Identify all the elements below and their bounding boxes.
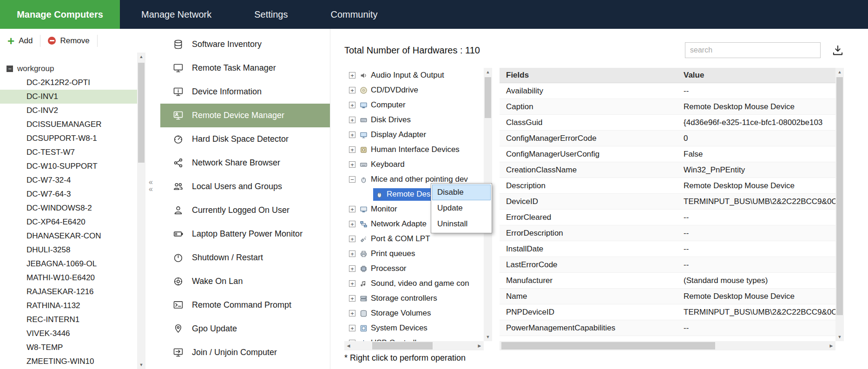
expander-plus-icon[interactable]: + xyxy=(349,265,355,272)
scroll-down-icon[interactable]: ▼ xyxy=(137,361,145,369)
tool-item-hard-disk-space-detector[interactable]: Hard Disk Space Detector xyxy=(160,127,330,151)
scroll-down-icon[interactable]: ▼ xyxy=(484,333,492,341)
properties-horizontal-scrollbar[interactable]: ◀ ▶ xyxy=(500,341,835,350)
property-row[interactable]: LastErrorCode-- xyxy=(500,257,835,273)
expander-plus-icon[interactable]: + xyxy=(349,146,355,153)
computer-item[interactable]: W8-TEMP xyxy=(0,341,138,355)
device-tree-item-system-devices[interactable]: +System Devices xyxy=(344,321,484,336)
scroll-up-icon[interactable]: ▲ xyxy=(835,68,844,76)
tool-item-remote-device-manager[interactable]: Remote Device Manager xyxy=(160,104,330,127)
computer-item[interactable]: REC-INTERN1 xyxy=(0,313,138,327)
expander-plus-icon[interactable]: + xyxy=(349,325,355,331)
computer-item[interactable]: RAJASEKAR-1216 xyxy=(0,285,138,299)
computer-item[interactable]: DC-2K12R2-OPTI xyxy=(0,76,138,90)
remove-computer-button[interactable]: Remove xyxy=(48,36,89,46)
computer-item[interactable]: DCISSUEMANAGER xyxy=(0,118,138,132)
scrollbar-thumb[interactable] xyxy=(836,77,843,315)
scroll-up-icon[interactable]: ▲ xyxy=(484,68,492,76)
device-tree-item-storage-controllers[interactable]: +Storage controllers xyxy=(344,291,484,306)
tool-item-network-share-browser[interactable]: Network Share Browser xyxy=(160,151,330,175)
tool-item-wake-on-lan[interactable]: Wake On Lan xyxy=(160,270,330,293)
expander-plus-icon[interactable]: + xyxy=(349,250,355,257)
scroll-up-icon[interactable]: ▲ xyxy=(137,53,145,61)
device-tree-horizontal-scrollbar[interactable]: ◀ ▶ xyxy=(344,341,484,350)
property-row[interactable]: Availability-- xyxy=(500,83,835,99)
computers-scrollbar[interactable]: ▲ ▼ xyxy=(137,53,145,369)
computer-item[interactable]: RATHINA-1132 xyxy=(0,299,138,313)
tool-item-remote-task-manager[interactable]: Remote Task Manager xyxy=(160,56,330,80)
device-tree-item-print-queues[interactable]: +Print queues xyxy=(344,246,484,261)
computer-item[interactable]: MATHI-W10-E6420 xyxy=(0,271,138,285)
property-row[interactable]: Manufacturer(Standard mouse types) xyxy=(500,273,835,289)
property-row[interactable]: DescriptionRemote Desktop Mouse Device xyxy=(500,178,835,194)
computer-item[interactable]: DHULI-3258 xyxy=(0,243,138,257)
scroll-right-icon[interactable]: ▶ xyxy=(827,341,835,350)
expander-plus-icon[interactable]: + xyxy=(349,295,355,302)
property-row[interactable]: DeviceIDTERMINPUT_BUS\UMB\2&2C22BCC9&0C xyxy=(500,194,835,210)
tool-item-currently-logged-on-user[interactable]: Currently Logged On User xyxy=(160,198,330,222)
tool-item-remote-command-prompt[interactable]: Remote Command Prompt xyxy=(160,293,330,317)
search-input[interactable] xyxy=(685,42,821,58)
scrollbar-thumb[interactable] xyxy=(372,342,433,349)
property-row[interactable]: ConfigManagerUserConfigFalse xyxy=(500,146,835,162)
add-computer-button[interactable]: + Add xyxy=(7,36,33,46)
device-tree-item-disk-drives[interactable]: +Disk Drives xyxy=(344,112,484,127)
device-tree-item-computer[interactable]: +Computer xyxy=(344,98,484,112)
export-download-icon[interactable] xyxy=(832,44,844,56)
nav-tab-manage-network[interactable]: Manage Network xyxy=(120,0,233,29)
expander-plus-icon[interactable]: + xyxy=(349,87,355,93)
context-menu-item-disable[interactable]: Disable xyxy=(432,184,491,200)
nav-tab-settings[interactable]: Settings xyxy=(233,0,309,29)
property-row[interactable]: PowerManagementCapabilities-- xyxy=(500,320,835,336)
tool-item-gpo-update[interactable]: Gpo Update xyxy=(160,317,330,341)
scroll-right-icon[interactable]: ▶ xyxy=(475,341,484,350)
computer-item[interactable]: DC-W7-32-4 xyxy=(0,173,138,187)
device-tree-item-usb-controllers[interactable]: +USB Controllers xyxy=(344,336,484,341)
expander-minus-icon[interactable]: − xyxy=(349,176,355,183)
property-row[interactable]: NameRemote Desktop Mouse Device xyxy=(500,289,835,304)
tool-item-laptop-battery-power-monitor[interactable]: Laptop Battery Power Monitor xyxy=(160,222,330,246)
property-row[interactable]: PNPDeviceIDTERMINPUT_BUS\UMB\2&2C22BCC9&… xyxy=(500,304,835,320)
expander-plus-icon[interactable]: + xyxy=(349,236,355,242)
scrollbar-thumb[interactable] xyxy=(501,342,715,349)
property-row[interactable]: CaptionRemote Desktop Mouse Device xyxy=(500,99,835,115)
property-row[interactable]: ConfigManagerErrorCode0 xyxy=(500,131,835,146)
context-menu-item-update[interactable]: Update xyxy=(432,200,491,216)
device-tree-item-human-interface-devices[interactable]: +Human Interface Devices xyxy=(344,142,484,157)
expander-plus-icon[interactable]: + xyxy=(349,206,355,212)
computer-item[interactable]: DC-TEST-W7 xyxy=(0,145,138,159)
property-row[interactable]: ClassGuid{4d36e96f-e325-11ce-bfc1-08002b… xyxy=(500,115,835,131)
computer-item[interactable]: VIVEK-3446 xyxy=(0,327,138,341)
expander-plus-icon[interactable]: + xyxy=(349,280,355,287)
scrollbar-thumb[interactable] xyxy=(138,63,145,163)
tool-item-software-inventory[interactable]: Software Inventory xyxy=(160,33,330,56)
property-row[interactable]: CreationClassNameWin32_PnPEntity xyxy=(500,162,835,178)
device-tree-item-port-com-lpt[interactable]: +Port & COM LPT xyxy=(344,231,484,246)
device-tree-item-keyboard[interactable]: +Keyboard xyxy=(344,157,484,172)
tool-item-join-unjoin-computer[interactable]: Join / Unjoin Computer xyxy=(160,341,330,364)
device-tree-item-storage-volumes[interactable]: +Storage Volumes xyxy=(344,306,484,321)
device-tree-item-display-adapter[interactable]: +Display Adapter xyxy=(344,127,484,142)
computer-item[interactable]: DC-WINDOWS8-2 xyxy=(0,201,138,215)
collapse-minus-icon[interactable]: − xyxy=(7,66,13,72)
scroll-left-icon[interactable]: ◀ xyxy=(344,341,353,350)
computer-item[interactable]: DHANASEKAR-CON xyxy=(0,229,138,243)
computer-item[interactable]: DC-INV2 xyxy=(0,104,138,118)
nav-tab-manage-computers[interactable]: Manage Computers xyxy=(0,0,120,29)
device-tree-item-sound-video-and-game-con[interactable]: +Sound, video and game con xyxy=(344,276,484,291)
expander-plus-icon[interactable]: + xyxy=(349,310,355,316)
panel-collapse-handle[interactable]: «« xyxy=(145,29,160,369)
expander-plus-icon[interactable]: + xyxy=(349,132,355,138)
device-tree-item-cd-dvddrive[interactable]: +CD/DVDdrive xyxy=(344,83,484,98)
tool-item-shutdown-restart[interactable]: Shutdown / Restart xyxy=(160,246,330,270)
context-menu-item-uninstall[interactable]: Uninstall xyxy=(432,216,491,232)
computer-item[interactable]: DC-W10-SUPPORT xyxy=(0,159,138,173)
computer-item[interactable]: ZMEETING-WIN10 xyxy=(0,355,138,369)
computer-item[interactable]: JEBAGNA-1069-OL xyxy=(0,257,138,271)
expander-plus-icon[interactable]: + xyxy=(349,221,355,227)
computer-item[interactable]: DC-W7-64-3 xyxy=(0,187,138,201)
property-row[interactable]: ErrorDescription-- xyxy=(500,225,835,241)
property-row[interactable]: InstallDate-- xyxy=(500,241,835,257)
computer-item[interactable]: DC-XP64-E6420 xyxy=(0,215,138,229)
property-row[interactable]: ErrorCleared-- xyxy=(500,210,835,225)
